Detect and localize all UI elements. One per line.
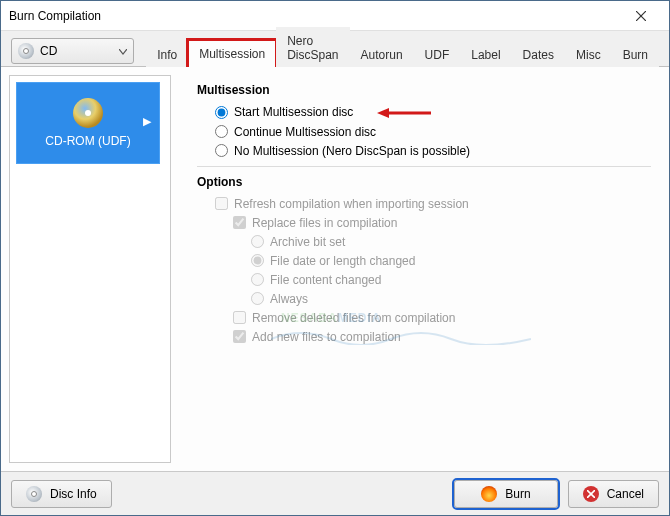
radio-no-multisession-label: No Multisession (Nero DiscSpan is possib… [234,144,470,158]
burn-label: Burn [505,487,530,501]
radio-no-multisession[interactable]: No Multisession (Nero DiscSpan is possib… [215,144,651,158]
multisession-heading: Multisession [197,83,651,97]
multisession-pane: Multisession Start Multisession disc Con… [179,67,669,471]
tab-strip: Info Multisession Nero DiscSpan Autorun … [146,35,659,67]
disc-type-panel: CD-ROM (UDF) ▶ [9,75,171,463]
footer: Disc Info Burn Cancel [1,471,669,515]
tab-udf[interactable]: UDF [414,41,461,68]
radio-content-label: File content changed [270,273,381,287]
radio-start-multisession-input[interactable] [215,106,228,119]
check-refresh-input [215,197,228,210]
window-title: Burn Compilation [9,9,621,23]
radio-start-multisession[interactable]: Start Multisession disc [215,105,651,120]
tab-autorun[interactable]: Autorun [350,41,414,68]
radio-filedate: File date or length changed [251,254,651,268]
tab-info[interactable]: Info [146,41,188,68]
check-replace-input [233,216,246,229]
radio-archive-label: Archive bit set [270,235,345,249]
disc-type-label: CD-ROM (UDF) [45,134,130,148]
check-replace-label: Replace files in compilation [252,216,397,230]
disc-info-label: Disc Info [50,487,97,501]
tab-multisession[interactable]: Multisession [188,40,276,68]
cancel-label: Cancel [607,487,644,501]
flame-icon [481,486,497,502]
check-addnew-input [233,330,246,343]
svg-marker-3 [377,108,389,118]
radio-no-multisession-input[interactable] [215,144,228,157]
cancel-icon [583,486,599,502]
check-refresh-label: Refresh compilation when importing sessi… [234,197,469,211]
disc-type-cdrom-udf[interactable]: CD-ROM (UDF) ▶ [16,82,160,164]
chevron-right-icon: ▶ [143,115,151,128]
check-remove: Remove deleted files from compilation [233,311,651,325]
cancel-button[interactable]: Cancel [568,480,659,508]
tab-burn[interactable]: Burn [612,41,659,68]
highlight-arrow-icon [377,105,431,120]
radio-content: File content changed [251,273,651,287]
radio-always-input [251,292,264,305]
radio-continue-multisession[interactable]: Continue Multisession disc [215,125,651,139]
radio-filedate-input [251,254,264,267]
tab-misc[interactable]: Misc [565,41,612,68]
radio-archive: Archive bit set [251,235,651,249]
radio-continue-multisession-label: Continue Multisession disc [234,125,376,139]
radio-archive-input [251,235,264,248]
radio-always: Always [251,292,651,306]
media-type-label: CD [40,44,57,58]
check-remove-input [233,311,246,324]
check-addnew-label: Add new files to compilation [252,330,401,344]
check-refresh: Refresh compilation when importing sessi… [215,197,651,211]
cdrom-icon [73,98,103,128]
disc-icon [18,43,34,59]
tab-dates[interactable]: Dates [512,41,565,68]
close-button[interactable] [621,2,661,30]
check-remove-label: Remove deleted files from compilation [252,311,455,325]
tab-label[interactable]: Label [460,41,511,68]
separator [197,166,651,167]
burn-button[interactable]: Burn [454,480,557,508]
radio-filedate-label: File date or length changed [270,254,415,268]
media-type-dropdown[interactable]: CD [11,38,134,64]
tab-nerodiscspan[interactable]: Nero DiscSpan [276,27,349,68]
radio-content-input [251,273,264,286]
disc-info-button[interactable]: Disc Info [11,480,112,508]
body: CD-ROM (UDF) ▶ Multisession Start Multis… [1,67,669,471]
radio-always-label: Always [270,292,308,306]
check-replace: Replace files in compilation [233,216,651,230]
topbar: CD Info Multisession Nero DiscSpan Autor… [1,31,669,67]
radio-start-multisession-label: Start Multisession disc [234,105,353,119]
check-addnew: Add new files to compilation [233,330,651,344]
chevron-down-icon [119,44,127,58]
options-heading: Options [197,175,651,189]
radio-continue-multisession-input[interactable] [215,125,228,138]
disc-icon [26,486,42,502]
close-icon [636,11,646,21]
